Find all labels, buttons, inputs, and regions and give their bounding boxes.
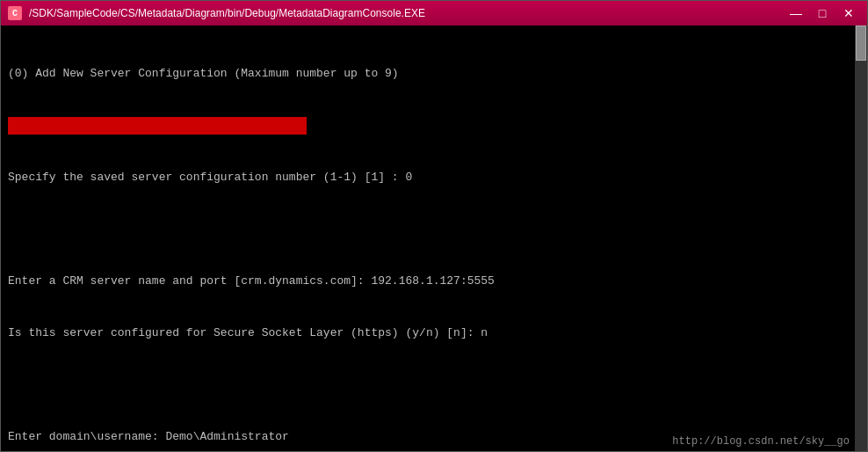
app-icon: C	[8, 6, 22, 20]
title-bar-left: C /SDK/SampleCode/CS/Metadata/Diagram/bi…	[8, 6, 425, 20]
console-body: (0) Add New Server Configuration (Maximu…	[1, 26, 867, 451]
console-line-3	[8, 221, 860, 238]
console-line-6	[8, 376, 860, 394]
window-controls: — □ ✕	[785, 4, 860, 22]
console-line-2: Specify the saved server configuration n…	[8, 169, 860, 186]
scrollbar[interactable]	[855, 26, 867, 451]
console-line-0: (0) Add New Server Configuration (Maximu…	[8, 65, 860, 83]
console-line-4: Enter a CRM server name and port [crm.dy…	[8, 273, 860, 290]
console-output: (0) Add New Server Configuration (Maximu…	[8, 31, 860, 451]
maximize-button[interactable]: □	[811, 4, 834, 22]
highlight-bar	[8, 117, 307, 135]
close-button[interactable]: ✕	[837, 4, 860, 22]
window-title: /SDK/SampleCode/CS/Metadata/Diagram/bin/…	[29, 7, 425, 19]
console-window: C /SDK/SampleCode/CS/Metadata/Diagram/bi…	[0, 0, 868, 452]
minimize-button[interactable]: —	[785, 4, 807, 22]
scrollbar-thumb[interactable]	[856, 26, 866, 61]
console-line-highlight	[8, 117, 860, 135]
watermark: http://blog.csdn.net/sky__go	[672, 435, 850, 448]
title-bar: C /SDK/SampleCode/CS/Metadata/Diagram/bi…	[1, 1, 867, 26]
console-line-5: Is this server configured for Secure Soc…	[8, 324, 860, 342]
line0-text: (0) Add New Server Configuration (Maximu…	[8, 67, 399, 80]
